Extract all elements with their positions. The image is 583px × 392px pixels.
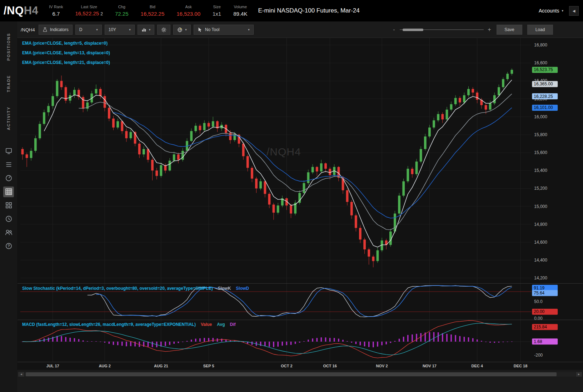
load-button[interactable]: Load [527,25,553,35]
range-dropdown[interactable]: 10Y ▾ [105,25,135,35]
stat-value: 16,522.25 [141,11,165,17]
quote-stat-iv-rank: IV Rank6.7 [49,5,63,17]
ema-study-label-2[interactable]: EMA (price=CLOSE, length=21, displace=0) [22,60,110,65]
stat-label: Volume [234,5,247,9]
help-icon[interactable]: ? [3,241,14,252]
grid-layout-dropdown[interactable]: ▾ [173,25,191,35]
chevron-down-icon: ▾ [185,28,187,31]
beaker-icon [43,27,48,32]
chart-watermark: /NQH4 [266,146,301,158]
compass-icon[interactable] [3,173,14,184]
chart-settings-button[interactable] [157,25,170,35]
range-value: 10Y [109,27,116,32]
slowk-legend: SlowK [218,286,231,291]
svg-text:75.64: 75.64 [534,291,544,296]
svg-text:15,400: 15,400 [534,168,547,173]
stochastic-label-text: Slow Stochastic (kPeriod=14, dPeriod=3, … [22,286,213,291]
stat-value: 16,523.00 [176,11,200,17]
svg-text:JUL 17: JUL 17 [46,364,59,368]
scrollbar-thumb[interactable] [26,372,557,376]
zoom-slider-thumb[interactable] [403,29,423,31]
symbol-root: /NQ [4,4,24,17]
svg-text:14,200: 14,200 [534,276,547,281]
sidebar-tab-trade[interactable]: TRADE [6,75,11,92]
stat-value: 1x1 [213,11,221,17]
quote-stat-chg: Chg72.25 [115,5,129,17]
symbol-contract: H4 [24,4,39,17]
stat-label: Ask [185,5,191,9]
quote-stat-bid: Bid16,522.25 [141,5,165,17]
chart-panel: /NQH4 Indicators D ▾ 10Y ▾ ▾ [17,21,583,392]
stat-label: Bid [150,5,155,9]
svg-text:NOV 2: NOV 2 [376,364,388,368]
svg-text:0.00: 0.00 [534,316,543,321]
timeframe-value: D [79,27,83,32]
svg-text:-200: -200 [534,353,543,358]
scroll-right-button[interactable]: ► [576,372,582,377]
application-window: /NQH4 IV Rank6.7Last Size16,522.25 2Chg7… [0,0,583,392]
quote-stat-last-size: Last Size16,522.25 2 [75,5,103,17]
svg-text:16,101.00: 16,101.00 [534,105,553,110]
header-right: Accounts ▾ ◀ [539,6,583,16]
macd-diff-legend: Dif [230,322,235,327]
zoom-out-button[interactable]: - [392,26,396,33]
svg-text:OCT 16: OCT 16 [323,364,337,368]
arrow-right-icon: ► [578,373,580,376]
ema-study-label-1[interactable]: EMA (price=CLOSE, length=13, displace=0) [22,50,110,55]
macd-study-label[interactable]: MACD (fastLength=12, slowLength=26, macd… [22,322,235,327]
sidebar-tab-activity[interactable]: ACTIVITY [6,106,11,130]
indicators-button[interactable]: Indicators [39,25,73,35]
stochastic-study-label[interactable]: Slow Stochastic (kPeriod=14, dPeriod=3, … [22,286,249,291]
list-icon[interactable] [3,159,14,170]
timeframe-dropdown[interactable]: D ▾ [75,25,102,35]
chart-type-dropdown[interactable]: ▾ [138,25,155,35]
svg-text:14,800: 14,800 [534,222,547,227]
chevron-down-icon: ▾ [149,28,151,31]
ema-study-label-0[interactable]: EMA (price=CLOSE, length=5, displace=0) [22,41,108,46]
svg-text:15,800: 15,800 [534,132,547,137]
svg-text:16,228.25: 16,228.25 [534,94,553,99]
monitor-icon[interactable] [3,146,14,157]
zoom-slider[interactable] [400,28,484,31]
svg-text:?: ? [8,244,10,248]
svg-text:1.68: 1.68 [534,339,542,344]
macd-value-legend: Value [201,322,212,327]
quote-header: /NQH4 IV Rank6.7Last Size16,522.25 2Chg7… [0,0,583,21]
svg-text:14,400: 14,400 [534,258,547,263]
stat-label: IV Rank [49,5,63,9]
accounts-dropdown[interactable]: Accounts ▾ [539,8,563,14]
collapse-panel-button[interactable]: ◀ [569,6,579,16]
stat-value: 72.25 [115,11,129,17]
svg-text:AUG 21: AUG 21 [154,364,168,368]
scroll-left-button[interactable]: ◄ [18,372,24,377]
drawing-tool-dropdown[interactable]: No Tool ▾ [194,25,254,35]
chart-scrollbar: ◄ ► [17,372,583,377]
svg-text:OCT 2: OCT 2 [281,364,292,368]
stat-value: 89.4K [233,11,247,17]
chart-grid-icon[interactable] [3,187,14,197]
zoom-in-button[interactable]: + [487,26,492,33]
users-icon[interactable] [3,227,14,238]
clock-icon[interactable] [3,214,14,224]
svg-text:50.0: 50.0 [534,299,543,304]
chevron-down-icon: ▾ [248,28,250,31]
stat-label: Size [213,5,220,9]
svg-text:15,000: 15,000 [534,204,547,209]
chart-area[interactable]: JUL 17AUG 2AUG 21SEP 5OCT 2OCT 16NOV 2NO… [17,38,583,370]
candlestick-chart[interactable]: JUL 17AUG 2AUG 21SEP 5OCT 2OCT 16NOV 2NO… [17,38,583,370]
sidebar-icons: ? [3,146,14,252]
cursor-icon [198,27,203,32]
save-button[interactable]: Save [497,25,522,35]
quote-stat-volume: Volume89.4K [233,5,247,17]
scrollbar-track[interactable] [25,372,575,377]
svg-text:16,523.75: 16,523.75 [534,67,553,72]
svg-text:15,200: 15,200 [534,186,547,191]
sidebar-tab-positions[interactable]: POSITIONS [6,33,11,61]
indicators-label: Indicators [50,27,69,32]
macd-avg-legend: Avg [217,322,225,327]
svg-text:215.84: 215.84 [534,324,547,329]
quote-stats: IV Rank6.7Last Size16,522.25 2Chg72.25Bi… [49,5,247,17]
grid-icon[interactable] [3,200,14,211]
chart-symbol-label: /NQH4 [21,27,35,33]
chart-toolbar: /NQH4 Indicators D ▾ 10Y ▾ ▾ [17,24,583,35]
